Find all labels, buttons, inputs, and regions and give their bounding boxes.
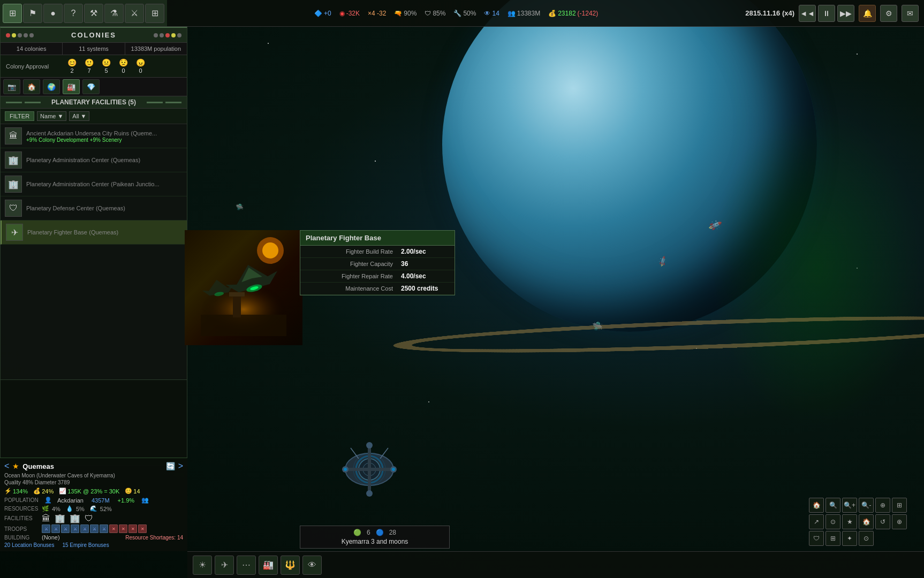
svg-point-21: [366, 442, 373, 448]
resource-2: 💧: [66, 505, 73, 512]
tab-population[interactable]: 13383M population: [125, 43, 187, 55]
rewind-button[interactable]: ◄◄: [799, 5, 816, 22]
nav-flask-icon[interactable]: ⚗: [104, 4, 124, 23]
nav-flag-icon[interactable]: ⚑: [23, 4, 42, 23]
br-icon-star[interactable]: ★: [842, 514, 857, 529]
facility-item-defense[interactable]: 🛡 Planetary Defense Center (Quemeas): [1, 196, 187, 220]
br-icon-4[interactable]: 🏠: [859, 514, 874, 529]
bottom-eye-icon[interactable]: 👁: [302, 556, 322, 575]
br-icon-arrow[interactable]: ↗: [809, 514, 824, 529]
br-icon-8[interactable]: ⊙: [859, 531, 874, 546]
pop-race: Ackdarian: [57, 497, 84, 504]
planet-nav-right[interactable]: >: [178, 461, 183, 471]
planet-stats: ⚡ 134% 💰 24% 📈 135K @ 23% = 30K 😊 14: [4, 488, 183, 495]
tab-11-systems[interactable]: 11 systems: [63, 43, 125, 55]
br-icon-zoom-out[interactable]: 🔍-: [859, 498, 874, 513]
filter-dropdown[interactable]: All ▼: [69, 111, 89, 121]
planet-refresh-button[interactable]: 🔄: [166, 462, 175, 470]
header-dots-left: [6, 33, 34, 37]
br-icon-2[interactable]: 🔍: [825, 498, 840, 513]
facility-admin1-location: (Quemeas): [111, 157, 140, 163]
nav-planet-icon[interactable]: ●: [43, 4, 63, 23]
tab-globe[interactable]: 🌍: [43, 79, 60, 94]
br-icon-shield2[interactable]: 🛡: [809, 531, 824, 546]
tooltip-value-repair-rate: 4.00/sec: [401, 272, 449, 280]
facility-defense-info: Planetary Defense Center (Quemeas): [26, 204, 183, 212]
pause-button[interactable]: ⏸: [818, 5, 835, 22]
notification-button[interactable]: 🔔: [859, 5, 876, 22]
fast-forward-button[interactable]: ▶▶: [837, 5, 854, 22]
planet-nav-left[interactable]: <: [4, 461, 9, 471]
br-icon-rotate[interactable]: ↺: [875, 514, 890, 529]
repair-value: 50%: [463, 10, 476, 17]
sort-dropdown[interactable]: Name ▼: [37, 111, 66, 121]
br-icon-7[interactable]: ✦: [842, 531, 857, 546]
center-ship-svg: [310, 416, 428, 523]
tooltip-label-capacity: Fighter Capacity: [306, 261, 401, 267]
settings-button[interactable]: ⚙: [880, 5, 897, 22]
shield-icon: 🛡: [425, 10, 431, 17]
stat-fuel: ◉ -32K: [339, 10, 360, 17]
tab-facilities[interactable]: 🏭: [63, 79, 80, 94]
mail-button[interactable]: ✉: [902, 5, 919, 22]
nav-grid-icon[interactable]: ⊞: [145, 4, 164, 23]
approval-happy: 😊 2: [67, 58, 77, 74]
resource-1-value: 4%: [52, 506, 60, 512]
approval-slightly-happy: 🙂 7: [85, 58, 94, 74]
facility-item-admin1[interactable]: 🏢 Planetary Administration Center (Queme…: [1, 148, 187, 172]
facilities-title: PLANETARY FACILITIES (5): [43, 98, 144, 106]
facility-item-ruins[interactable]: 🏛 Ancient Ackdarian Undersea City Ruins …: [1, 124, 187, 148]
money-icon: 💰: [548, 10, 556, 17]
facility-item-admin2[interactable]: 🏢 Planetary Administration Center (Paike…: [1, 172, 187, 196]
bottom-building-icon[interactable]: 🏭: [259, 556, 278, 575]
approval-angry: 😠 0: [136, 58, 145, 74]
br-icon-scan[interactable]: ⊙: [825, 514, 840, 529]
kyemarra-count1: 6: [367, 529, 370, 536]
pstat-economy: 💰 24%: [33, 488, 54, 495]
facility-admin1-name: Planetary Administration Center (Quemeas…: [26, 156, 183, 164]
tab-14-colonies[interactable]: 14 colonies: [1, 43, 63, 55]
br-icon-target[interactable]: ⊕: [875, 498, 890, 513]
planet-quality: Quality 48% Diameter 3789: [4, 480, 183, 485]
repair-icon: 🔧: [453, 10, 461, 17]
nav-help-icon[interactable]: ?: [64, 4, 83, 23]
nav-tools-icon[interactable]: ⚒: [84, 4, 103, 23]
planet-subtitle: Ocean Moon (Underwater Caves of Kyemarra…: [4, 473, 183, 478]
tab-camera[interactable]: 📷: [3, 79, 20, 94]
energy-value: 134%: [13, 488, 28, 495]
br-icon-6[interactable]: ⊞: [825, 531, 840, 546]
dot-red-2: [165, 33, 170, 37]
nav-tactics-icon[interactable]: ⚔: [125, 4, 144, 23]
weapon-value: 90%: [404, 10, 416, 17]
shortages-value: Resource Shortages: 14: [125, 535, 183, 541]
nav-home-icon[interactable]: ⊞: [3, 4, 22, 23]
troops-icons: ⚔ ⚔ ⚔ ⚔ ⚔ ⚔ ⚔ ✕ ✕ ✕ ✕: [42, 524, 147, 533]
dot-yellow: [12, 33, 16, 37]
growth-icon: 📈: [59, 488, 66, 495]
nebula: [710, 107, 924, 428]
facility-item-fighter-base[interactable]: ✈ Planetary Fighter Base (Quemeas): [1, 220, 187, 245]
facility-fighter-name: Planetary Fighter Base (Quemeas): [27, 229, 183, 236]
filter-button[interactable]: FILTER: [5, 111, 34, 121]
br-icon-zoom-in[interactable]: 🔍+: [842, 498, 857, 513]
pstat-growth: 📈 135K @ 23% = 30K: [59, 488, 119, 495]
br-icon-1[interactable]: 🏠: [809, 498, 824, 513]
pstat-happiness: 😊 14: [125, 488, 140, 495]
planet-name: Quemeas: [22, 462, 54, 470]
bottom-sun-icon[interactable]: ☀: [193, 556, 212, 575]
pop-race-icon: 👤: [44, 497, 52, 504]
filter-label: All: [72, 113, 79, 119]
tab-home[interactable]: 🏠: [23, 79, 40, 94]
bottom-dots-icon[interactable]: ⋯: [237, 556, 256, 575]
facilities-bar-right-2: [165, 102, 181, 103]
fuel-value: -32K: [346, 10, 360, 17]
br-icon-5[interactable]: ⊕: [892, 514, 907, 529]
tab-diamond[interactable]: 💎: [82, 79, 100, 94]
pstat-energy: ⚡ 134%: [4, 488, 28, 495]
br-icon-grid[interactable]: ⊞: [892, 498, 907, 513]
troop-5: ⚔: [80, 524, 89, 533]
fighter-base-preview: [185, 230, 302, 345]
approval-slight-emoji: 🙂: [85, 58, 94, 67]
bottom-fighter-icon[interactable]: ✈: [215, 556, 234, 575]
bottom-trident-icon[interactable]: 🔱: [281, 556, 300, 575]
